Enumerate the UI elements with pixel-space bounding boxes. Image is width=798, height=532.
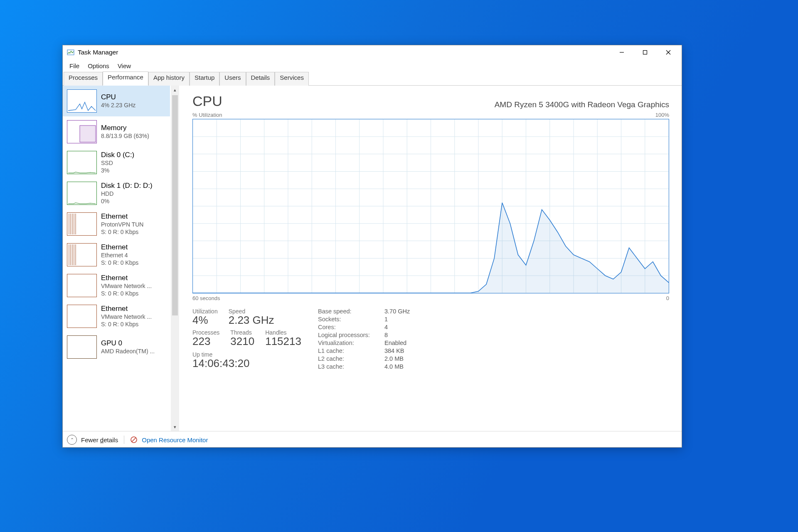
stat-key: Cores: xyxy=(318,324,384,330)
stat-pair: Logical processors:8 xyxy=(318,332,410,338)
chart-ymax: 100% xyxy=(655,112,669,118)
sidebar-item-line2: SSD xyxy=(101,159,134,167)
stat-value: 384 KB xyxy=(384,347,404,354)
sidebar-item-line3: S: 0 R: 0 Kbps xyxy=(101,228,143,236)
sidebar-item-ethernet[interactable]: EthernetEthernet 4S: 0 R: 0 Kbps xyxy=(63,239,170,270)
sidebar-item-title: CPU xyxy=(101,93,135,101)
tab-performance[interactable]: Performance xyxy=(103,71,148,86)
stat-key: Logical processors: xyxy=(318,332,384,338)
stat-key: Sockets: xyxy=(318,316,384,323)
stat-key: L2 cache: xyxy=(318,355,384,362)
sidebar-item-line3: S: 0 R: 0 Kbps xyxy=(101,320,152,328)
stat-pair: L1 cache:384 KB xyxy=(318,347,410,354)
tab-app-history[interactable]: App history xyxy=(148,72,190,86)
sidebar-item-line3: 0% xyxy=(101,197,153,205)
sidebar-thumbnail xyxy=(67,305,97,328)
sidebar-item-ethernet[interactable]: EthernetVMware Network ...S: 0 R: 0 Kbps xyxy=(63,301,170,332)
sidebar-item-title: Memory xyxy=(101,124,149,132)
sidebar-thumbnail xyxy=(67,151,97,174)
menu-view[interactable]: View xyxy=(113,61,135,71)
minimize-button[interactable] xyxy=(610,45,633,59)
sidebar-thumbnail xyxy=(67,212,97,236)
sidebar-item-line2: ProtonVPN TUN xyxy=(101,221,143,228)
tab-services[interactable]: Services xyxy=(275,72,309,86)
sidebar-item-line2: AMD Radeon(TM) ... xyxy=(101,347,155,355)
scroll-thumb[interactable] xyxy=(172,95,178,315)
sidebar-item-memory[interactable]: Memory8.8/13.9 GB (63%) xyxy=(63,116,170,147)
tab-processes[interactable]: Processes xyxy=(64,72,103,86)
menu-file[interactable]: File xyxy=(65,61,84,71)
sidebar-thumbnail xyxy=(67,182,97,205)
stat-value: 3.70 GHz xyxy=(384,308,410,315)
sidebar-item-line3: S: 0 R: 0 Kbps xyxy=(101,290,152,297)
titlebar: Task Manager xyxy=(63,45,682,59)
scroll-track[interactable] xyxy=(171,94,179,423)
stat-pair: Virtualization:Enabled xyxy=(318,340,410,346)
stat-key: Virtualization: xyxy=(318,340,384,346)
sidebar-item-title: Ethernet xyxy=(101,212,143,221)
sidebar-item-line2: VMware Network ... xyxy=(101,313,152,320)
cpu-name: AMD Ryzen 5 3400G with Radeon Vega Graph… xyxy=(495,100,669,109)
stat-pair: Sockets:1 xyxy=(318,316,410,323)
sidebar-item-ethernet[interactable]: EthernetVMware Network ...S: 0 R: 0 Kbps xyxy=(63,270,170,301)
tab-startup[interactable]: Startup xyxy=(190,72,219,86)
menubar: File Options View xyxy=(63,59,682,72)
sidebar-item-gpu-0[interactable]: GPU 0AMD Radeon(TM) ... xyxy=(63,332,170,362)
scroll-up-icon[interactable]: ▴ xyxy=(171,86,179,94)
sidebar-thumbnail xyxy=(67,243,97,266)
sidebar-thumbnail xyxy=(67,89,97,113)
sidebar-item-line2: 4% 2.23 GHz xyxy=(101,101,135,109)
sidebar-item-line2: HDD xyxy=(101,190,153,197)
scroll-down-icon[interactable]: ▾ xyxy=(171,423,179,431)
stat-key: L1 cache: xyxy=(318,347,384,354)
stat-speed: Speed 2.23 GHz xyxy=(229,308,274,327)
close-button[interactable] xyxy=(657,45,680,59)
sidebar-item-title: Ethernet xyxy=(101,305,152,313)
chart-xlabel-left: 60 seconds xyxy=(192,295,220,301)
sidebar-item-cpu[interactable]: CPU4% 2.23 GHz xyxy=(63,86,170,116)
stat-utilization: Utilization 4% xyxy=(192,308,218,327)
sidebar-item-disk-0-c-[interactable]: Disk 0 (C:)SSD3% xyxy=(63,147,170,178)
sidebar-thumbnail xyxy=(67,120,97,143)
sidebar-item-title: GPU 0 xyxy=(101,339,155,347)
sidebar-scrollbar[interactable]: ▴ ▾ xyxy=(171,86,179,431)
svg-rect-5 xyxy=(80,126,96,142)
footer: ⌃ Fewer details Open Resource Monitor xyxy=(63,431,682,448)
svg-rect-2 xyxy=(643,51,647,54)
stat-key: Base speed: xyxy=(318,308,384,315)
stat-value: 4.0 MB xyxy=(384,363,404,370)
open-resource-monitor-link[interactable]: Open Resource Monitor xyxy=(142,436,208,443)
stat-value: 8 xyxy=(384,332,388,338)
maximize-button[interactable] xyxy=(633,45,657,59)
stat-value: 1 xyxy=(384,316,388,323)
sidebar-thumbnail xyxy=(67,274,97,297)
sidebar-item-line2: VMware Network ... xyxy=(101,282,152,290)
menu-options[interactable]: Options xyxy=(84,61,113,71)
chevron-up-icon[interactable]: ⌃ xyxy=(67,435,77,445)
svg-line-50 xyxy=(132,438,136,442)
stat-key: L3 cache: xyxy=(318,363,384,370)
resource-monitor-icon xyxy=(130,436,138,443)
sidebar-item-line3: S: 0 R: 0 Kbps xyxy=(101,259,138,266)
cpu-utilization-chart[interactable] xyxy=(192,119,669,293)
tab-details[interactable]: Details xyxy=(246,72,275,86)
stat-threads: Threads 3210 xyxy=(230,329,254,348)
fewer-details-link[interactable]: Fewer details xyxy=(81,436,118,443)
stat-value: 4 xyxy=(384,324,388,330)
sidebar-item-title: Ethernet xyxy=(101,243,138,251)
performance-main: CPU AMD Ryzen 5 3400G with Radeon Vega G… xyxy=(179,86,682,431)
window-title: Task Manager xyxy=(78,49,118,56)
stat-pair: Base speed:3.70 GHz xyxy=(318,308,410,315)
stat-value: 2.0 MB xyxy=(384,355,404,362)
sidebar-item-ethernet[interactable]: EthernetProtonVPN TUNS: 0 R: 0 Kbps xyxy=(63,209,170,239)
task-manager-icon xyxy=(67,49,74,56)
sidebar-item-title: Ethernet xyxy=(101,274,152,282)
sidebar-item-disk-1-d-d-d-[interactable]: Disk 1 (D: D: D:)HDD0% xyxy=(63,178,170,209)
performance-sidebar: CPU4% 2.23 GHzMemory8.8/13.9 GB (63%)Dis… xyxy=(63,86,179,431)
chart-title: CPU xyxy=(192,93,222,109)
sidebar-thumbnail xyxy=(67,335,97,359)
stat-pair: L3 cache:4.0 MB xyxy=(318,363,410,370)
stat-value: Enabled xyxy=(384,340,406,346)
tab-users[interactable]: Users xyxy=(219,72,246,86)
chart-ylabel: % Utilization xyxy=(192,112,222,118)
